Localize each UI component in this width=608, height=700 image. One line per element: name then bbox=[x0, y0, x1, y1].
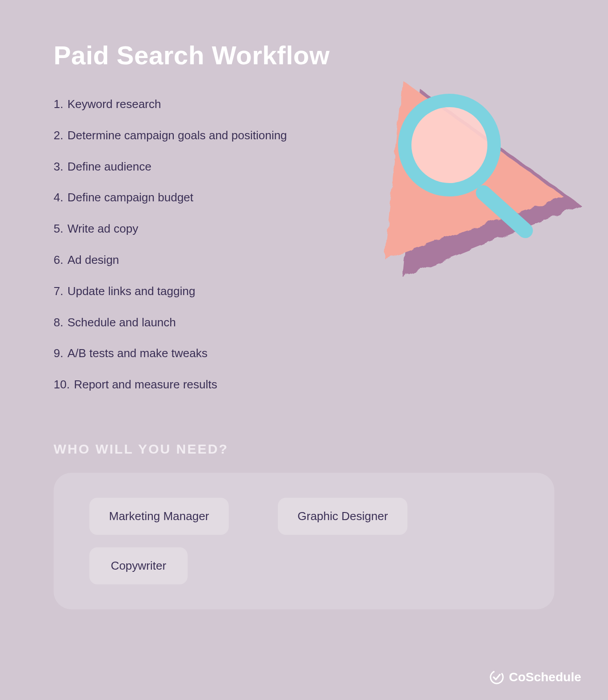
branding: CoSchedule bbox=[489, 670, 581, 685]
step-text: Write ad copy bbox=[67, 222, 138, 235]
workflow-list: 1. Keyword research 2. Determine campaig… bbox=[54, 97, 331, 392]
step-number: 3. bbox=[54, 160, 63, 173]
step-number: 6. bbox=[54, 253, 63, 267]
list-item: 2. Determine campaign goals and position… bbox=[54, 128, 331, 143]
magnifying-glass-icon bbox=[405, 100, 536, 241]
brand-name: CoSchedule bbox=[509, 670, 581, 684]
step-text: Determine campaign goals and positioning bbox=[67, 129, 287, 142]
step-text: Keyword research bbox=[67, 97, 161, 111]
magnifying-glass-illustration bbox=[349, 67, 599, 299]
step-text: Define audience bbox=[67, 160, 151, 173]
subheading: WHO WILL YOU NEED? bbox=[54, 442, 554, 457]
list-item: 1. Keyword research bbox=[54, 97, 331, 112]
step-number: 2. bbox=[54, 129, 63, 142]
step-number: 5. bbox=[54, 222, 63, 235]
list-item: 5. Write ad copy bbox=[54, 221, 331, 237]
roles-panel: Marketing Manager Graphic Designer Copyw… bbox=[54, 473, 554, 609]
svg-marker-0 bbox=[403, 89, 581, 277]
list-item: 4. Define campaign budget bbox=[54, 190, 331, 205]
step-number: 7. bbox=[54, 284, 63, 298]
svg-marker-1 bbox=[385, 80, 563, 259]
svg-point-3 bbox=[405, 100, 494, 190]
step-number: 4. bbox=[54, 191, 63, 204]
list-item: 7. Update links and tagging bbox=[54, 284, 331, 299]
page-title: Paid Search Workflow bbox=[54, 40, 554, 70]
list-item: 6. Ad design bbox=[54, 253, 331, 268]
step-text: A/B tests and make tweaks bbox=[67, 346, 208, 360]
list-item: 10. Report and measure results bbox=[54, 377, 331, 392]
step-text: Update links and tagging bbox=[67, 284, 195, 298]
role-chip: Graphic Designer bbox=[278, 498, 407, 535]
step-number: 1. bbox=[54, 97, 63, 111]
step-text: Define campaign budget bbox=[67, 191, 193, 204]
step-number: 10. bbox=[54, 378, 70, 391]
list-item: 8. Schedule and launch bbox=[54, 315, 331, 330]
role-chip: Copywriter bbox=[89, 547, 188, 584]
step-text: Ad design bbox=[67, 253, 119, 267]
step-number: 8. bbox=[54, 316, 63, 329]
step-text: Report and measure results bbox=[74, 378, 217, 391]
svg-rect-4 bbox=[473, 182, 536, 241]
svg-point-2 bbox=[407, 103, 492, 188]
page: Paid Search Workflow 1. Keyword research… bbox=[0, 0, 608, 700]
list-item: 9. A/B tests and make tweaks bbox=[54, 346, 331, 361]
step-number: 9. bbox=[54, 346, 63, 360]
step-text: Schedule and launch bbox=[67, 316, 176, 329]
role-chip: Marketing Manager bbox=[89, 498, 229, 535]
list-item: 3. Define audience bbox=[54, 159, 331, 175]
coschedule-logo-icon bbox=[489, 670, 504, 685]
